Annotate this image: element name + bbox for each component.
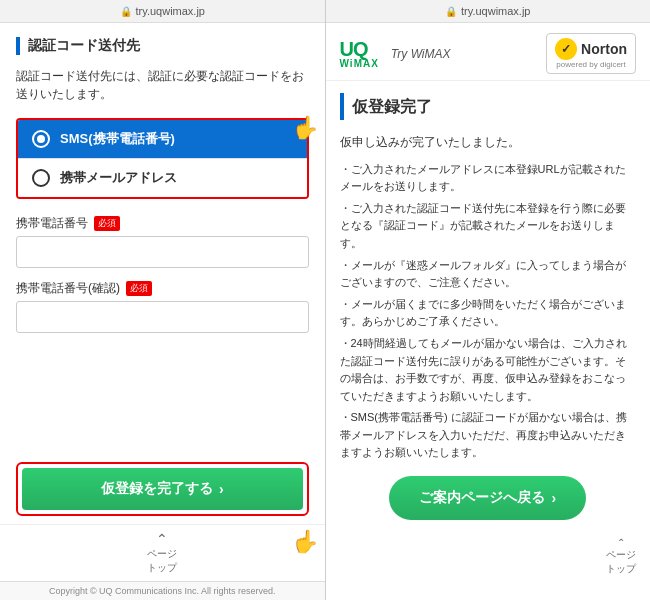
left-content: 認証コード送付先 認証コード送付先には、認証に必要な認証コードをお送りいたします…: [0, 23, 325, 452]
complete-title: 仮登録完了: [340, 93, 637, 120]
scroll-top-label-right: ページ トップ: [606, 549, 636, 574]
left-panel: 🔒 try.uqwimax.jp 認証コード送付先 認証コード送付先には、認証に…: [0, 0, 326, 600]
radio-box: SMS(携帯電話番号) 携帯メールアドレス: [16, 118, 309, 199]
lock-icon: 🔒: [120, 6, 132, 17]
phone-input[interactable]: [16, 236, 309, 268]
required-badge-phone-confirm: 必須: [126, 281, 152, 296]
submit-btn-wrap: 仮登録を完了する ›: [16, 462, 309, 516]
url-text-left: try.uqwimax.jp: [136, 5, 205, 17]
radio-label-sms: SMS(携帯電話番号): [60, 130, 175, 148]
wimax-text: WiMAX: [340, 59, 379, 69]
radio-sms[interactable]: SMS(携帯電話番号): [18, 120, 307, 158]
bullet-item: 24時間経過してもメールが届かない場合は、ご入力された認証コード送付先に誤りがあ…: [340, 335, 637, 405]
phone-confirm-label: 携帯電話番号(確認) 必須: [16, 280, 309, 297]
uq-text: UQ: [340, 39, 379, 59]
digicert-text: powered by digicert: [556, 60, 625, 69]
submit-area: 仮登録を完了する ›: [0, 452, 325, 524]
norton-name: Norton: [581, 41, 627, 57]
scroll-top-left[interactable]: ⌃ ページ トップ: [0, 524, 325, 581]
radio-email[interactable]: 携帯メールアドレス: [18, 158, 307, 197]
description-left: 認証コード送付先には、認証に必要な認証コードをお送りいたします。: [16, 67, 309, 104]
bullet-item: SMS(携帯電話番号) に認証コードが届かない場合は、携帯メールアドレスを入力い…: [340, 409, 637, 462]
right-panel: 🔒 try.uqwimax.jp UQ WiMAX Try WiMAX ✓ No…: [326, 0, 651, 600]
submit-label: 仮登録を完了する: [101, 480, 213, 498]
try-wimax-text: Try WiMAX: [391, 47, 451, 61]
back-label: ご案内ページへ戻る: [419, 489, 545, 507]
right-header: UQ WiMAX Try WiMAX ✓ Norton powered by d…: [326, 23, 651, 81]
chevron-up-right: ⌃: [617, 537, 625, 548]
submit-button[interactable]: 仮登録を完了する ›: [22, 468, 303, 510]
section-title-left: 認証コード送付先: [16, 37, 309, 55]
finger-icon-radio: 👆: [292, 115, 319, 141]
back-btn-container: ご案内ページへ戻る ›: [340, 476, 637, 520]
radio-circle-sms: [32, 130, 50, 148]
intro-text: 仮申し込みが完了いたしました。: [340, 132, 637, 152]
back-button[interactable]: ご案内ページへ戻る ›: [389, 476, 586, 520]
footer-left: Copyright © UQ Communications Inc. All r…: [0, 581, 325, 600]
url-bar-right: 🔒 try.uqwimax.jp: [326, 0, 651, 23]
uq-logo: UQ WiMAX: [340, 39, 379, 69]
lock-icon-right: 🔒: [445, 6, 457, 17]
scroll-top-right[interactable]: ⌃ ページ トップ: [602, 533, 640, 580]
url-bar-left: 🔒 try.uqwimax.jp: [0, 0, 325, 23]
required-badge-phone: 必須: [94, 216, 120, 231]
bullet-list: ご入力されたメールアドレスに本登録URLが記載されたメールをお送りします。 ご入…: [340, 161, 637, 463]
bullet-item: ご入力されたメールアドレスに本登録URLが記載されたメールをお送りします。: [340, 161, 637, 196]
back-chevron: ›: [551, 490, 556, 506]
norton-logo: ✓ Norton: [555, 38, 627, 60]
scroll-top-label-left: ページ トップ: [147, 548, 177, 573]
phone-confirm-input[interactable]: [16, 301, 309, 333]
right-content: 仮登録完了 仮申し込みが完了いたしました。 ご入力されたメールアドレスに本登録U…: [326, 81, 651, 600]
url-text-right: try.uqwimax.jp: [461, 5, 530, 17]
radio-label-email: 携帯メールアドレス: [60, 169, 177, 187]
bullet-item: ご入力された認証コード送付先に本登録を行う際に必要となる『認証コード』が記載され…: [340, 200, 637, 253]
phone-field-group: 携帯電話番号 必須: [16, 215, 309, 268]
finger-icon-submit: 👆: [292, 529, 319, 555]
phone-label: 携帯電話番号 必須: [16, 215, 309, 232]
phone-confirm-field-group: 携帯電話番号(確認) 必須: [16, 280, 309, 333]
submit-chevron: ›: [219, 481, 224, 497]
radio-circle-email: [32, 169, 50, 187]
norton-badge: ✓ Norton powered by digicert: [546, 33, 636, 74]
chevron-up-left: ⌃: [6, 531, 319, 547]
norton-check-icon: ✓: [555, 38, 577, 60]
bullet-item: メールが届くまでに多少時間をいただく場合がございます。あらかじめご了承ください。: [340, 296, 637, 331]
bullet-item: メールが『迷惑メールフォルダ』に入ってしまう場合がございますので、ご注意ください…: [340, 257, 637, 292]
